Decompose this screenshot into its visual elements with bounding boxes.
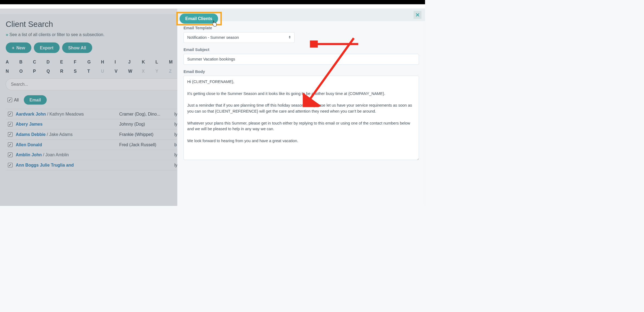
alpha-filter-U[interactable]: U	[101, 68, 114, 75]
close-icon: ✕	[415, 12, 420, 18]
subject-form-group: Email Subject	[184, 47, 419, 65]
new-button-label: New	[16, 45, 25, 50]
export-button[interactable]: Export	[34, 42, 59, 53]
alpha-filter-I[interactable]: I	[114, 58, 128, 65]
client-name-link[interactable]: Allen Donald	[16, 142, 42, 147]
show-all-button-label: Show All	[68, 45, 86, 50]
email-filter-button[interactable]: Email	[24, 95, 47, 104]
client-secondary: / Jake Adams	[46, 132, 72, 137]
alpha-filter-E[interactable]: E	[60, 58, 74, 65]
all-checkbox-wrap[interactable]: All	[8, 97, 19, 102]
client-email: b	[174, 142, 177, 147]
alpha-filter-Y[interactable]: Y	[155, 68, 169, 75]
alpha-filter-V[interactable]: V	[114, 68, 128, 75]
client-name-link[interactable]: Ann Boggs Julie Truglia and	[16, 163, 74, 167]
all-checkbox-label: All	[14, 97, 19, 102]
alpha-filter-X[interactable]: X	[142, 68, 155, 75]
client-pet: Cramer (Dog), Dino...	[119, 112, 171, 116]
email-clients-button-label: Email Clients	[185, 16, 212, 21]
alpha-filter-S[interactable]: S	[74, 68, 87, 75]
double-chevron-icon: »	[6, 32, 7, 37]
alpha-filter-D[interactable]: D	[47, 58, 60, 65]
alpha-filter-A[interactable]: A	[6, 58, 19, 65]
alpha-filter-R[interactable]: R	[60, 68, 74, 75]
email-body-textarea[interactable]	[184, 76, 419, 160]
alpha-filter-F[interactable]: F	[74, 58, 87, 65]
alpha-filter-G[interactable]: G	[87, 58, 101, 65]
body-form-group: Email Body	[184, 69, 419, 161]
email-filter-label: Email	[30, 97, 41, 102]
alpha-filter-T[interactable]: T	[87, 68, 101, 75]
alpha-filter-O[interactable]: O	[19, 68, 33, 75]
client-name-link[interactable]: Aardvark John	[16, 112, 46, 116]
page-subtitle: See a list of all clients or filter to s…	[9, 32, 104, 37]
export-button-label: Export	[40, 45, 53, 50]
client-name-link[interactable]: Abery James	[16, 122, 43, 127]
alpha-filter-J[interactable]: J	[128, 58, 142, 65]
client-name-link[interactable]: Adams Debbie	[16, 132, 46, 137]
alpha-filter-N[interactable]: N	[6, 68, 19, 75]
alpha-filter-P[interactable]: P	[33, 68, 46, 75]
row-checkbox[interactable]	[8, 163, 12, 167]
subject-label: Email Subject	[184, 47, 419, 52]
row-checkbox[interactable]	[8, 142, 12, 147]
email-clients-panel: Email Clients ✕ Email Template Notificat…	[177, 9, 425, 206]
alpha-filter-W[interactable]: W	[128, 68, 142, 75]
template-form-group: Email Template Notification - Summer sea…	[184, 26, 419, 43]
template-label: Email Template	[184, 26, 419, 30]
client-pet: Johnny (Dog)	[119, 122, 171, 127]
email-clients-button[interactable]: Email Clients	[180, 14, 218, 24]
client-secondary: / Joan Amblin	[42, 152, 69, 157]
row-checkbox[interactable]	[8, 112, 12, 116]
client-name-link[interactable]: Amblin John	[16, 152, 42, 157]
row-checkbox[interactable]	[8, 152, 12, 157]
show-all-button[interactable]: Show All	[62, 42, 92, 53]
row-checkbox[interactable]	[8, 132, 12, 137]
alpha-filter-C[interactable]: C	[33, 58, 46, 65]
alpha-filter-B[interactable]: B	[19, 58, 33, 65]
body-label: Email Body	[184, 69, 419, 74]
client-pet: Fred (Jack Russell)	[119, 142, 171, 147]
new-button[interactable]: + New	[6, 42, 31, 53]
close-panel-button[interactable]: ✕	[414, 11, 422, 19]
alpha-filter-Q[interactable]: Q	[47, 68, 60, 75]
plus-icon: +	[12, 45, 15, 50]
client-pet: Frankie (Whippet)	[119, 132, 171, 137]
window-titlebar	[0, 0, 425, 4]
row-checkbox[interactable]	[8, 122, 12, 126]
email-template-select[interactable]: Notification - Summer season	[184, 32, 295, 43]
alpha-filter-K[interactable]: K	[142, 58, 155, 65]
client-secondary: / Kathryn Meadows	[46, 112, 84, 116]
all-checkbox[interactable]	[8, 98, 12, 102]
alpha-filter-H[interactable]: H	[101, 58, 114, 65]
email-subject-input[interactable]	[184, 54, 419, 65]
alpha-filter-L[interactable]: L	[155, 58, 169, 65]
